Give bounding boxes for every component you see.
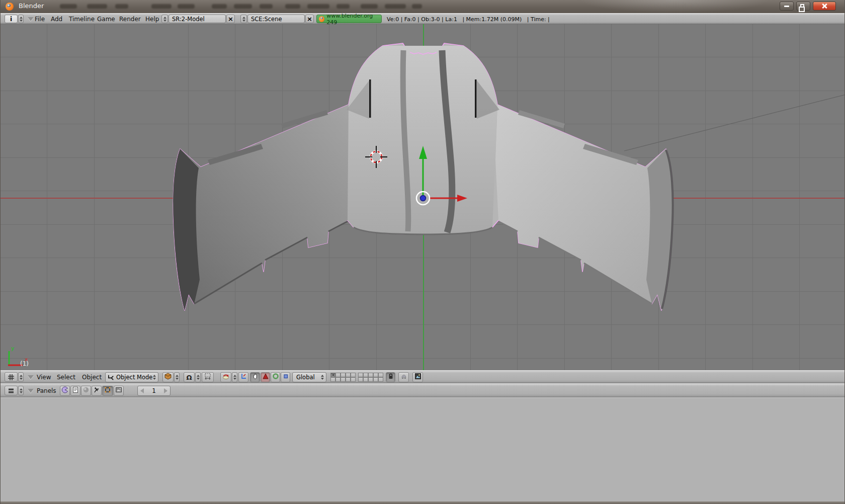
viewport-3d[interactable]: y x (1) [1,24,845,370]
logic-pacman-icon [61,386,68,393]
layer-buttons-group-1[interactable] [330,373,356,382]
omega-pivot-icon: Ω [186,374,192,381]
left-wingtip-fin [173,149,200,310]
editor-type-button-info[interactable]: i [5,15,18,23]
scene-delete-button[interactable]: × [305,15,314,23]
logic-context-button[interactable] [60,386,70,396]
close-icon [821,3,827,9]
restore-button[interactable] [796,2,810,11]
minimize-button[interactable] [780,2,794,11]
scene-statistics: Ve:0 | Fa:0 | Ob:3-0 | La:1 | Mem:1.72M … [387,16,550,23]
header-collapse-icon[interactable] [28,375,34,379]
titlebar-ghost-smudge [212,4,227,9]
menu-timeline[interactable]: Timeline [69,16,95,23]
frame-number-field[interactable]: 1 [137,386,171,396]
editor-type-stepper[interactable] [18,372,24,382]
gizmo-y-label: y [11,345,15,352]
rotation-mirror-dropdown[interactable] [220,372,231,382]
rotate-manipulator-button[interactable] [271,372,280,382]
scene-name-field[interactable]: SCE:Scene [247,15,305,23]
menu-select[interactable]: Select [57,374,75,381]
translate-manipulator-button[interactable] [261,372,270,382]
orientation-dropdown[interactable]: Global [292,372,326,382]
shading-sphere-icon [82,386,90,393]
screen-name-field[interactable]: SR:2-Model [168,15,226,23]
header-collapse-icon[interactable] [28,389,34,393]
titlebar-ghost-smudge [151,4,172,9]
close-button[interactable] [813,2,836,11]
titlebar-ghost-smudge [285,4,300,9]
scale-square-icon [282,373,289,380]
buttons-editor-icon [8,387,15,394]
frame-prev-icon[interactable] [140,388,144,393]
script-context-button[interactable] [70,386,80,396]
right-wing-shading [495,105,673,310]
mode-dropdown[interactable]: Object Mode [105,372,158,382]
object-context-button[interactable] [92,386,102,396]
scene-image-icon [115,386,122,393]
window-bottom-edge [1,501,844,504]
screen-browse-stepper[interactable] [161,15,168,23]
script-paper-icon [72,386,79,393]
fuselage-shading [348,46,497,234]
editor-type-stepper[interactable] [18,386,24,395]
render-preview-button[interactable] [412,372,423,382]
shading-context-button[interactable] [81,386,91,396]
pivot-point-dropdown[interactable]: Ω [184,372,195,382]
editor-type-stepper[interactable] [18,15,24,23]
rotate-donut-icon [272,373,279,380]
blender-version-badge[interactable]: www.blender.org 249 [316,15,382,23]
titlebar-shine [579,0,770,13]
menu-file[interactable]: File [35,16,45,23]
right-inlet-slit [475,79,477,118]
titlebar-ghost-smudge [60,4,77,9]
draw-type-stepper[interactable] [174,372,180,382]
menu-object[interactable]: Object [82,374,102,381]
menu-add[interactable]: Add [51,16,62,23]
scene-context-button[interactable] [114,386,124,396]
titlebar-ghost-smudge [115,4,128,9]
titlebar-ghost-smudge [260,4,273,9]
titlebar-ghost-smudge [412,4,422,9]
pivot-stepper[interactable] [195,372,201,382]
header-collapse-icon[interactable] [28,17,34,21]
scale-manipulator-button[interactable] [281,372,290,382]
window-titlebar: Blender [1,0,844,13]
active-layer-indicator: (1) [20,360,29,367]
draw-type-button[interactable] [162,372,174,382]
scene-browse-stepper[interactable] [240,15,247,23]
minimize-icon [784,6,789,7]
editing-square-icon [104,386,111,393]
manipulator-toggle-button[interactable] [238,372,248,382]
editor-type-button-buttons[interactable] [5,386,18,395]
menu-help[interactable]: Help [145,16,159,23]
titlebar-ghost-smudge [336,4,350,9]
panels-menu[interactable]: Panels [37,387,56,394]
restore-icon [800,4,804,8]
solid-cube-icon [164,373,172,380]
proportional-edit-button[interactable] [202,372,214,382]
snap-button[interactable] [398,372,409,382]
menu-render[interactable]: Render [119,16,141,23]
grid-editor-icon [8,374,15,381]
layer-buttons-group-2[interactable] [358,373,383,382]
buttons-window-body[interactable] [1,397,844,501]
lock-layers-button[interactable] [386,372,395,382]
blender-mini-logo-icon [319,16,324,22]
screen-delete-button[interactable]: × [226,15,235,23]
lamp-relationship-line [624,95,845,151]
buttons-window-header: Panels [1,383,844,397]
object-mode-icon [108,374,114,381]
hand-manipulator-button[interactable] [250,372,260,382]
editing-context-button[interactable] [102,386,113,396]
rotation-mirror-stepper[interactable] [232,372,237,382]
frame-next-icon[interactable] [164,388,167,393]
right-wingtip-fin [646,149,673,310]
titlebar-ghost-smudge [234,4,252,9]
object-origin-dot [420,196,426,201]
titlebar-ghost-smudge [385,4,406,9]
menu-game[interactable]: Game [97,16,115,23]
editor-type-button-3dview[interactable] [5,372,18,382]
menu-view[interactable]: View [37,374,51,381]
magnet-icon [400,373,407,380]
